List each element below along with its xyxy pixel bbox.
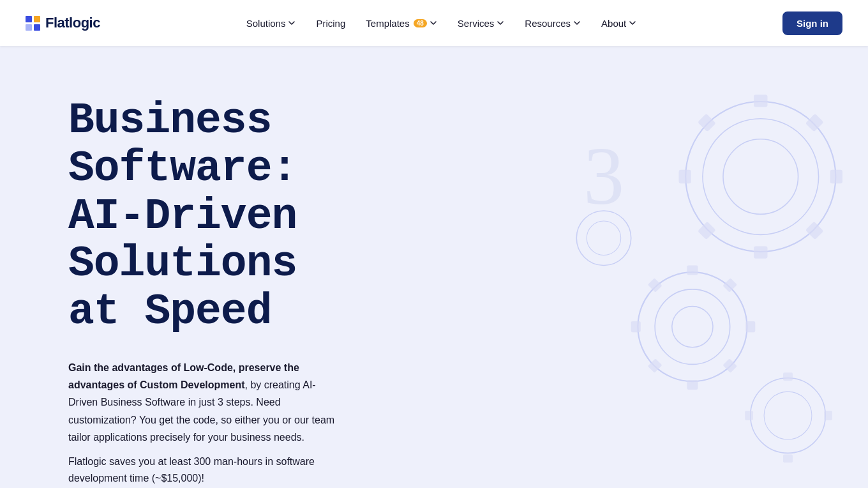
nav-item-resources[interactable]: Resources bbox=[516, 13, 590, 34]
logo-square-1 bbox=[26, 16, 32, 22]
hero-savings-text: Flatlogic saves you at least 300 man-hou… bbox=[68, 454, 336, 486]
nav-item-solutions[interactable]: Solutions bbox=[237, 13, 305, 34]
svg-point-22 bbox=[751, 378, 826, 454]
nav-item-services[interactable]: Services bbox=[449, 13, 514, 34]
nav-item-templates[interactable]: Templates 48 bbox=[357, 13, 446, 34]
nav-label-about: About bbox=[601, 18, 626, 29]
brand-name: Flatlogic bbox=[45, 15, 100, 31]
svg-rect-5 bbox=[679, 170, 691, 183]
signin-button[interactable]: Sign in bbox=[782, 11, 842, 35]
nav-links: Solutions Pricing Templates 48 Services … bbox=[237, 13, 646, 34]
svg-rect-8 bbox=[805, 114, 824, 132]
chevron-down-icon-resources bbox=[573, 19, 581, 27]
svg-rect-9 bbox=[698, 222, 716, 240]
svg-rect-7 bbox=[698, 114, 716, 132]
svg-point-13 bbox=[672, 307, 713, 347]
templates-badge: 48 bbox=[414, 19, 427, 27]
nav-label-resources: Resources bbox=[525, 18, 571, 29]
logo-square-4 bbox=[34, 24, 40, 31]
hero-title-line1: Business Software: bbox=[68, 96, 297, 193]
svg-rect-10 bbox=[805, 222, 824, 240]
nav-label-solutions: Solutions bbox=[246, 18, 286, 29]
hero-content: Business Software: AI-Driven Solutions a… bbox=[68, 97, 477, 488]
svg-rect-18 bbox=[648, 278, 662, 293]
nav-label-services: Services bbox=[458, 18, 495, 29]
svg-rect-27 bbox=[824, 411, 832, 420]
svg-rect-4 bbox=[754, 247, 767, 259]
svg-point-29 bbox=[587, 221, 620, 255]
svg-point-2 bbox=[723, 139, 798, 215]
svg-rect-24 bbox=[783, 372, 793, 381]
svg-rect-25 bbox=[783, 454, 793, 462]
chevron-down-icon-templates bbox=[430, 19, 437, 27]
chevron-down-icon bbox=[288, 19, 296, 27]
hero-title-line3: at Speed bbox=[68, 287, 271, 336]
svg-rect-6 bbox=[830, 170, 842, 183]
logo-square-3 bbox=[26, 24, 32, 31]
svg-point-23 bbox=[764, 392, 812, 439]
svg-point-12 bbox=[655, 289, 730, 365]
svg-text:3: 3 bbox=[583, 131, 624, 222]
chevron-down-icon-about bbox=[629, 19, 636, 27]
logo-icon bbox=[26, 16, 40, 31]
nav-item-about[interactable]: About bbox=[592, 13, 645, 34]
svg-rect-16 bbox=[631, 321, 641, 332]
brand-logo[interactable]: Flatlogic bbox=[26, 15, 100, 31]
svg-rect-15 bbox=[687, 380, 698, 390]
nav-label-templates: Templates bbox=[366, 18, 409, 29]
hero-description: Gain the advantages of Low-Code, preserv… bbox=[68, 359, 336, 446]
hero-section: 3 Business Software: AI-Driven Solutions… bbox=[0, 46, 868, 488]
chevron-down-icon-services bbox=[497, 19, 504, 27]
nav-label-pricing: Pricing bbox=[316, 18, 345, 29]
svg-rect-14 bbox=[687, 265, 698, 275]
svg-point-1 bbox=[703, 119, 819, 235]
nav-item-pricing[interactable]: Pricing bbox=[307, 13, 354, 34]
hero-title: Business Software: AI-Driven Solutions a… bbox=[68, 97, 477, 336]
hero-title-line2: AI-Driven Solutions bbox=[68, 192, 297, 289]
logo-square-2 bbox=[34, 16, 40, 22]
svg-rect-26 bbox=[745, 411, 753, 420]
svg-rect-3 bbox=[754, 95, 767, 107]
svg-rect-17 bbox=[745, 321, 755, 332]
svg-rect-19 bbox=[722, 278, 737, 293]
navbar: Flatlogic Solutions Pricing Templates 48… bbox=[0, 0, 868, 46]
